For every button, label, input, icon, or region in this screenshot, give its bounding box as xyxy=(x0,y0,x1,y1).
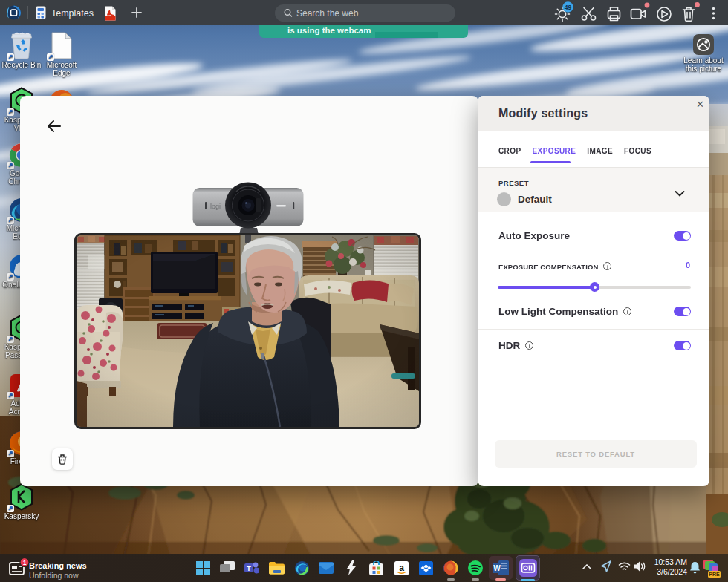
svg-text:a: a xyxy=(399,563,404,573)
svg-text:T: T xyxy=(247,563,251,572)
svg-text:49: 49 xyxy=(565,4,572,11)
svg-text:logi: logi xyxy=(210,203,221,210)
svg-text:PRE: PRE xyxy=(709,572,720,577)
svg-text:Search the web: Search the web xyxy=(296,8,359,19)
svg-text:Templates: Templates xyxy=(51,8,94,19)
svg-text:1: 1 xyxy=(23,559,27,566)
svg-text:W: W xyxy=(493,564,501,572)
